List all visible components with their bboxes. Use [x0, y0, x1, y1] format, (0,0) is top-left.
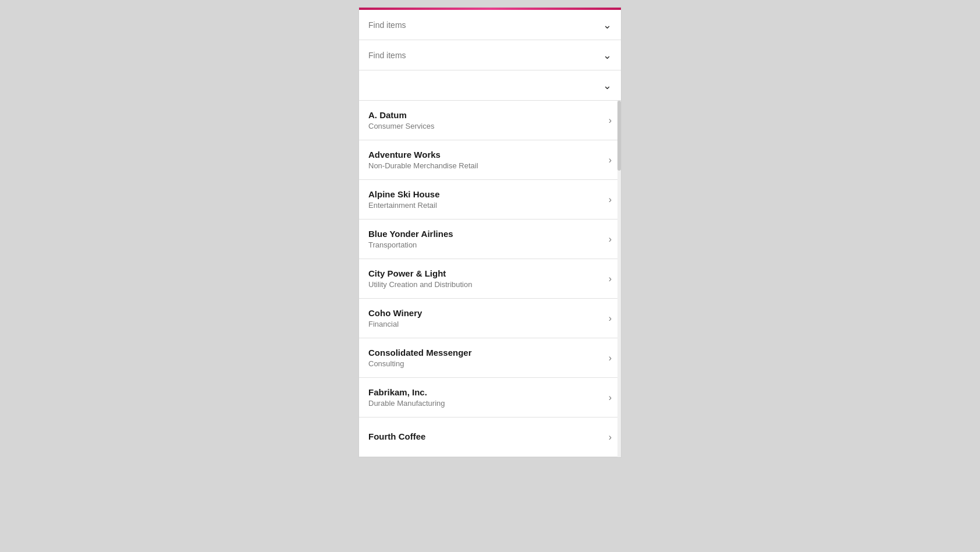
- scrollbar-area[interactable]: [617, 101, 621, 457]
- item-subtitle-alpine-ski-house: Entertainment Retail: [368, 201, 604, 210]
- filter-label-2: Find items: [368, 51, 406, 60]
- list-item-coho-winery[interactable]: Coho Winery Financial ›: [359, 299, 621, 338]
- chevron-right-icon-consolidated-messenger: ›: [609, 353, 612, 363]
- filter-label-1: Find items: [368, 20, 406, 30]
- chevron-right-icon-city-power-light: ›: [609, 274, 612, 284]
- list-item-content: Fourth Coffee: [368, 431, 604, 443]
- list-item-content: Coho Winery Financial: [368, 308, 604, 328]
- list-item-content: Alpine Ski House Entertainment Retail: [368, 189, 604, 210]
- item-subtitle-blue-yonder-airlines: Transportation: [368, 240, 604, 249]
- list-item-content: A. Datum Consumer Services: [368, 110, 604, 130]
- item-name-blue-yonder-airlines: Blue Yonder Airlines: [368, 229, 604, 239]
- chevron-right-icon-fourth-coffee: ›: [609, 432, 612, 443]
- item-name-a-datum: A. Datum: [368, 110, 604, 120]
- item-subtitle-coho-winery: Financial: [368, 320, 604, 328]
- item-name-fourth-coffee: Fourth Coffee: [368, 431, 604, 441]
- list-item-alpine-ski-house[interactable]: Alpine Ski House Entertainment Retail ›: [359, 180, 621, 220]
- chevron-right-icon-adventure-works: ›: [609, 155, 612, 165]
- item-subtitle-city-power-light: Utility Creation and Distribution: [368, 280, 604, 289]
- list-item-fabrikam-inc[interactable]: Fabrikam, Inc. Durable Manufacturing ›: [359, 378, 621, 417]
- list-item-fourth-coffee[interactable]: Fourth Coffee ›: [359, 417, 621, 457]
- chevron-down-icon-1: ⌄: [603, 19, 612, 31]
- list-item-adventure-works[interactable]: Adventure Works Non-Durable Merchandise …: [359, 140, 621, 180]
- item-subtitle-adventure-works: Non-Durable Merchandise Retail: [368, 161, 604, 170]
- list-item-content: Fabrikam, Inc. Durable Manufacturing: [368, 387, 604, 408]
- chevron-down-icon-2: ⌄: [603, 49, 612, 62]
- list-item-a-datum[interactable]: A. Datum Consumer Services ›: [359, 101, 621, 140]
- chevron-right-icon-blue-yonder-airlines: ›: [609, 234, 612, 245]
- item-name-adventure-works: Adventure Works: [368, 150, 604, 160]
- item-name-fabrikam-inc: Fabrikam, Inc.: [368, 387, 604, 397]
- item-name-coho-winery: Coho Winery: [368, 308, 604, 318]
- list-item-content: City Power & Light Utility Creation and …: [368, 268, 604, 289]
- filter-row-3[interactable]: ⌄: [359, 70, 621, 101]
- filter-row-1[interactable]: Find items ⌄: [359, 10, 621, 40]
- scrollbar-thumb[interactable]: [617, 101, 621, 171]
- list-item-content: Adventure Works Non-Durable Merchandise …: [368, 150, 604, 170]
- list-item-consolidated-messenger[interactable]: Consolidated Messenger Consulting ›: [359, 338, 621, 378]
- list-container: A. Datum Consumer Services › Adventure W…: [359, 101, 621, 457]
- list-item-city-power-light[interactable]: City Power & Light Utility Creation and …: [359, 259, 621, 299]
- chevron-down-icon-3: ⌄: [603, 79, 612, 92]
- chevron-right-icon-a-datum: ›: [609, 115, 612, 126]
- list-item-content: Consolidated Messenger Consulting: [368, 348, 604, 368]
- chevron-right-icon-alpine-ski-house: ›: [609, 194, 612, 205]
- chevron-right-icon-fabrikam-inc: ›: [609, 392, 612, 403]
- list-item-blue-yonder-airlines[interactable]: Blue Yonder Airlines Transportation ›: [359, 220, 621, 259]
- item-name-consolidated-messenger: Consolidated Messenger: [368, 348, 604, 358]
- filter-row-2[interactable]: Find items ⌄: [359, 40, 621, 70]
- list-item-content: Blue Yonder Airlines Transportation: [368, 229, 604, 249]
- item-subtitle-fabrikam-inc: Durable Manufacturing: [368, 399, 604, 408]
- main-panel: Find items ⌄ Find items ⌄ ⌄ A. Datum Con…: [358, 7, 622, 458]
- item-name-city-power-light: City Power & Light: [368, 268, 604, 278]
- item-name-alpine-ski-house: Alpine Ski House: [368, 189, 604, 199]
- item-subtitle-a-datum: Consumer Services: [368, 122, 604, 130]
- item-subtitle-consolidated-messenger: Consulting: [368, 359, 604, 368]
- page-container: Find items ⌄ Find items ⌄ ⌄ A. Datum Con…: [0, 0, 980, 552]
- chevron-right-icon-coho-winery: ›: [609, 313, 612, 324]
